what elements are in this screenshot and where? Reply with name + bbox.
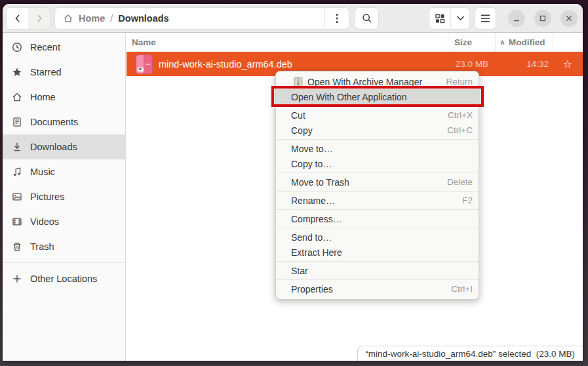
kebab-menu-icon — [336, 13, 338, 24]
recent-icon — [12, 42, 22, 52]
close-button[interactable] — [560, 10, 578, 27]
chevron-left-icon — [13, 14, 22, 23]
search-button[interactable] — [355, 7, 379, 30]
menu-item-label: Move to… — [291, 144, 473, 154]
maximize-icon — [539, 14, 547, 22]
breadcrumb-home[interactable]: Home — [79, 13, 105, 24]
sidebar-item-label: Recent — [30, 42, 60, 52]
menu-item-copy-to[interactable]: Copy to… — [276, 156, 479, 171]
location-menu-button[interactable] — [324, 8, 349, 29]
menu-item-label: Properties — [291, 284, 451, 295]
menu-item-cut[interactable]: Cut Ctrl+X — [276, 108, 479, 123]
view-options-button[interactable] — [451, 8, 469, 29]
breadcrumb-current[interactable]: Downloads — [118, 13, 168, 24]
sidebar-item-other-locations[interactable]: Other Locations — [3, 266, 125, 291]
menu-item-shortcut: Return — [446, 77, 473, 87]
sidebar-item-documents[interactable]: Documents — [3, 110, 125, 134]
column-header-name[interactable]: Name — [127, 37, 448, 47]
menu-separator — [276, 191, 479, 192]
search-icon — [362, 13, 372, 24]
menu-item-send-to[interactable]: Send to… — [276, 230, 479, 245]
home-icon — [63, 13, 73, 24]
maximize-button[interactable] — [534, 10, 551, 27]
menu-item-label: Cut — [291, 110, 448, 121]
menu-item-extract-here[interactable]: Extract Here — [276, 245, 479, 260]
sidebar-item-downloads[interactable]: Downloads — [3, 134, 125, 159]
file-size: 23.0 MB — [448, 59, 495, 69]
back-button[interactable] — [7, 8, 28, 29]
menu-item-label: Extract Here — [291, 247, 473, 258]
menu-item-label: Send to… — [291, 232, 473, 243]
menu-item-label: Move to Trash — [291, 177, 447, 188]
menu-separator — [276, 106, 479, 106]
trash-icon — [12, 241, 22, 252]
column-header-size[interactable]: Size — [448, 33, 495, 51]
menu-item-copy[interactable]: Copy Ctrl+C — [276, 123, 479, 138]
menu-item-shortcut: Ctrl+C — [447, 125, 473, 135]
column-header-modified-label: Modified — [509, 37, 545, 47]
breadcrumb: Home / Downloads — [55, 13, 324, 24]
menu-item-open-with-archive-manager[interactable]: Open With Archive Manager Return — [276, 74, 479, 89]
star-icon — [12, 67, 22, 77]
context-menu: Open With Archive Manager Return Open Wi… — [275, 71, 479, 300]
menu-item-shortcut: Ctrl+I — [451, 284, 473, 294]
menu-separator — [276, 139, 479, 140]
breadcrumb-separator: / — [110, 13, 113, 24]
plus-icon — [12, 274, 22, 284]
header-bar: Home / Downloads — [3, 4, 583, 33]
menu-item-star[interactable]: Star — [276, 263, 479, 278]
nav-button-group — [6, 7, 50, 30]
minimize-button[interactable] — [508, 10, 525, 27]
menu-item-compress[interactable]: Compress… — [276, 211, 479, 226]
minimize-icon — [513, 14, 520, 22]
menu-item-rename[interactable]: Rename… F2 — [276, 193, 479, 208]
forward-button[interactable] — [28, 8, 50, 29]
menu-item-open-with-other-application[interactable]: Open With Other Application — [276, 89, 479, 104]
close-icon — [565, 14, 573, 22]
sidebar-item-label: Trash — [30, 241, 54, 252]
menu-item-label: Rename… — [291, 195, 462, 206]
sidebar-item-pictures[interactable]: Pictures — [3, 184, 125, 209]
sidebar-item-trash[interactable]: Trash — [3, 234, 125, 259]
main-menu-button[interactable] — [475, 7, 496, 30]
sort-ascending-icon: ∧ — [500, 38, 505, 47]
menu-separator — [276, 209, 479, 210]
home-icon — [12, 92, 22, 102]
sidebar-separator — [3, 262, 125, 263]
star-toggle[interactable]: ☆ — [553, 58, 583, 70]
menu-item-shortcut: Delete — [447, 177, 473, 187]
menu-item-move-to[interactable]: Move to… — [276, 141, 479, 156]
column-header-modified[interactable]: ∧ Modified — [495, 33, 553, 51]
menu-item-shortcut: Ctrl+X — [448, 110, 473, 120]
menu-item-label: Star — [291, 266, 473, 276]
music-icon — [12, 167, 22, 177]
sidebar-item-label: Music — [30, 167, 55, 177]
sidebar-item-videos[interactable]: Videos — [3, 209, 125, 234]
image-icon — [12, 192, 22, 202]
path-bar[interactable]: Home / Downloads — [54, 7, 349, 30]
menu-item-label: Compress… — [291, 214, 473, 224]
archive-manager-icon — [294, 77, 303, 87]
view-toggle-group — [429, 7, 470, 30]
status-bar: “mind-work-ai-studio_arm64.deb” selected… — [357, 346, 583, 361]
menu-separator — [276, 173, 479, 173]
sidebar-item-music[interactable]: Music — [3, 159, 125, 184]
menu-item-move-to-trash[interactable]: Move to Trash Delete — [276, 174, 479, 190]
film-icon — [12, 216, 22, 227]
menu-separator — [276, 279, 479, 280]
chevron-right-icon — [35, 14, 44, 23]
sidebar-item-label: Pictures — [30, 192, 64, 202]
document-icon — [12, 117, 22, 127]
menu-item-label: Open With Archive Manager — [307, 77, 446, 87]
sidebar-item-home[interactable]: Home — [3, 85, 125, 110]
deb-package-icon — [136, 54, 153, 74]
menu-item-properties[interactable]: Properties Ctrl+I — [276, 281, 479, 296]
grid-view-button[interactable] — [429, 8, 451, 29]
sidebar-item-label: Documents — [30, 117, 78, 127]
sidebar-item-starred[interactable]: Starred — [3, 60, 125, 85]
window-controls — [508, 10, 578, 27]
sidebar-item-recent[interactable]: Recent — [3, 35, 125, 60]
menu-item-label: Open With Other Application — [291, 92, 473, 102]
menu-item-shortcut: F2 — [462, 195, 473, 205]
sidebar-item-label: Other Locations — [30, 274, 97, 284]
